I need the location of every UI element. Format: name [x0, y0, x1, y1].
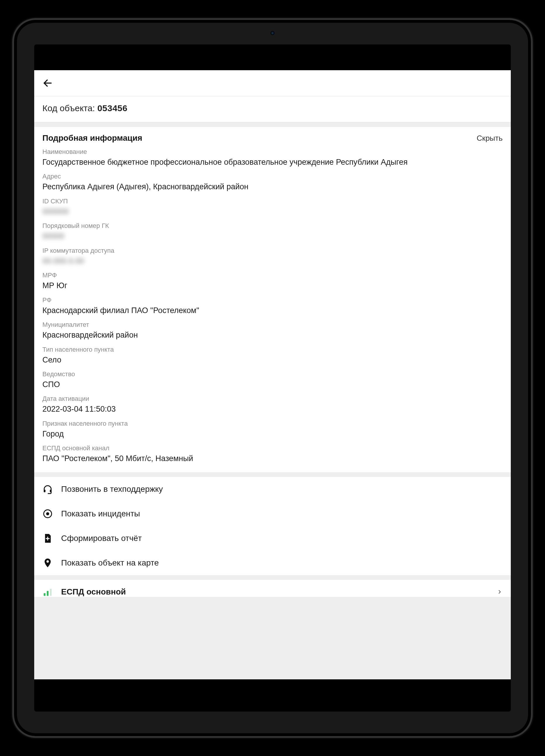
- field-label: Адрес: [42, 173, 503, 180]
- object-code-row: Код объекта: 053456: [34, 96, 511, 122]
- field-espd: ЕСПД основной канал ПАО "Ростелеком", 50…: [42, 444, 503, 464]
- divider: [34, 575, 511, 580]
- action-label: Позвонить в техподдержку: [61, 484, 163, 494]
- field-value: СПО: [42, 379, 503, 390]
- field-label: Наименование: [42, 148, 503, 156]
- field-label: Порядковый номер ГК: [42, 222, 503, 230]
- field-value: МР Юг: [42, 280, 503, 291]
- action-generate-report[interactable]: Сформировать отчёт: [34, 526, 511, 551]
- field-address: Адрес Республика Адыгея (Адыгея), Красно…: [42, 173, 503, 192]
- camera-icon: [271, 31, 274, 35]
- hide-button[interactable]: Скрыть: [477, 134, 503, 143]
- field-value-redacted: 00000: [42, 231, 503, 241]
- back-button[interactable]: [41, 77, 54, 90]
- details-card: Подробная информация Скрыть Наименование…: [34, 127, 511, 472]
- field-label: Признак населенного пункта: [42, 420, 503, 427]
- action-show-on-map[interactable]: Показать объект на карте: [34, 551, 511, 575]
- field-agency: Ведомство СПО: [42, 370, 503, 390]
- field-value: 2022-03-04 11:50:03: [42, 404, 503, 414]
- espd-main-row[interactable]: ЕСПД основной: [34, 580, 511, 597]
- details-title: Подробная информация: [42, 133, 142, 143]
- field-value-redacted: 000000: [42, 206, 503, 217]
- screen: Код объекта: 053456 Подробная информация…: [34, 44, 511, 712]
- action-call-support[interactable]: Позвонить в техподдержку: [34, 477, 511, 501]
- field-value: Государственное бюджетное профессиональн…: [42, 157, 503, 167]
- divider: [34, 472, 511, 477]
- target-icon: [42, 508, 53, 519]
- device-frame: Код объекта: 053456 Подробная информация…: [0, 0, 545, 756]
- object-code-label: Код объекта:: [42, 103, 97, 113]
- divider: [34, 122, 511, 127]
- field-mrf: МРФ МР Юг: [42, 272, 503, 291]
- chevron-right-icon: [497, 587, 503, 597]
- field-value: Село: [42, 355, 503, 365]
- device-bezel: Код объекта: 053456 Подробная информация…: [12, 18, 533, 738]
- field-value: ПАО "Ростелеком", 50 Мбит/с, Наземный: [42, 453, 503, 464]
- headset-icon: [42, 484, 53, 494]
- svg-point-4: [46, 512, 49, 515]
- field-value: Республика Адыгея (Адыгея), Красногварде…: [42, 181, 503, 192]
- field-value: Город: [42, 429, 503, 439]
- field-rf: РФ Краснодарский филиал ПАО "Ростелеком": [42, 296, 503, 316]
- action-show-incidents[interactable]: Показать инциденты: [34, 501, 511, 526]
- field-value-redacted: 00.000.0.00: [42, 256, 503, 266]
- field-settle-flag: Признак населенного пункта Город: [42, 420, 503, 439]
- pin-icon: [42, 558, 53, 568]
- field-label: РФ: [42, 296, 503, 304]
- action-label: Показать инциденты: [61, 509, 140, 518]
- field-value: Краснодарский филиал ПАО "Ростелеком": [42, 305, 503, 316]
- field-label: Ведомство: [42, 370, 503, 378]
- actions-list: Позвонить в техподдержку Показать инциде…: [34, 477, 511, 575]
- svg-rect-5: [44, 593, 46, 596]
- svg-rect-6: [47, 591, 49, 596]
- signal-icon: [42, 587, 53, 597]
- topbar: [34, 70, 511, 96]
- field-muni: Муниципалитет Красногвардейский район: [42, 321, 503, 340]
- field-activation: Дата активации 2022-03-04 11:50:03: [42, 395, 503, 414]
- field-ip: IP коммутатора доступа 00.000.0.00: [42, 247, 503, 266]
- field-value: Красногвардейский район: [42, 330, 503, 340]
- field-settle-type: Тип населенного пункта Село: [42, 346, 503, 365]
- field-label: Дата активации: [42, 395, 503, 403]
- svg-rect-7: [50, 589, 52, 596]
- field-label: ID СКУП: [42, 197, 503, 205]
- field-label: Тип населенного пункта: [42, 346, 503, 353]
- espd-main-label: ЕСПД основной: [61, 587, 126, 597]
- status-bar: [34, 44, 511, 70]
- field-label: IP коммутатора доступа: [42, 247, 503, 255]
- svg-rect-1: [44, 489, 46, 492]
- field-id-skup: ID СКУП 000000: [42, 197, 503, 217]
- object-code-value: 053456: [97, 103, 128, 113]
- action-label: Сформировать отчёт: [61, 534, 142, 543]
- file-plus-icon: [42, 533, 53, 544]
- app-content: Код объекта: 053456 Подробная информация…: [34, 70, 511, 679]
- action-label: Показать объект на карте: [61, 558, 159, 568]
- field-label: ЕСПД основной канал: [42, 444, 503, 452]
- arrow-left-icon: [42, 78, 53, 88]
- field-gk-num: Порядковый номер ГК 00000: [42, 222, 503, 241]
- field-label: Муниципалитет: [42, 321, 503, 329]
- field-name: Наименование Государственное бюджетное п…: [42, 148, 503, 167]
- system-nav-bar: [34, 679, 511, 712]
- field-label: МРФ: [42, 272, 503, 279]
- details-header: Подробная информация Скрыть: [42, 133, 503, 143]
